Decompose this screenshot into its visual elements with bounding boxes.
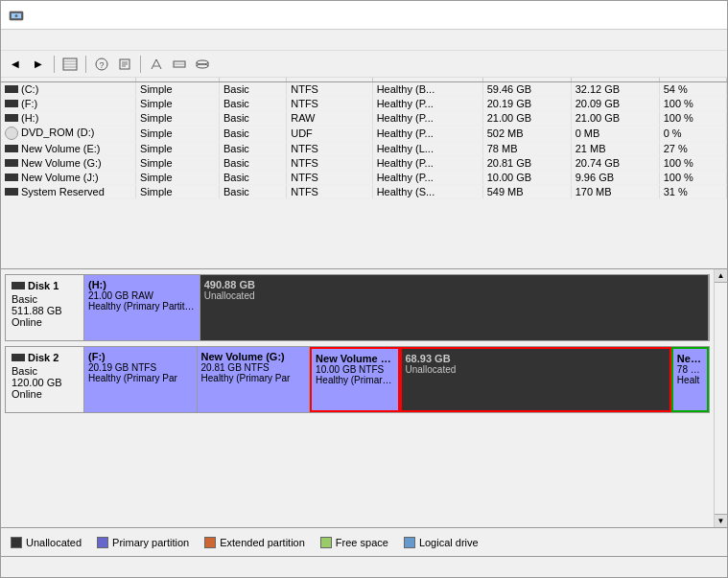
close-button[interactable] [675,1,719,30]
cell-free: 20.09 GB [571,97,659,111]
part-title: New Volume (G:) [201,351,306,362]
cell-free: 32.12 GB [571,82,659,97]
properties-button[interactable] [114,54,135,75]
table-row[interactable]: DVD_ROM (D:) Simple Basic UDF Healthy (P… [1,126,727,142]
partition-2-3[interactable]: New Volume (J:) 10.00 GB NTFS Healthy (P… [310,347,399,412]
title-bar [1,1,727,30]
menu-action[interactable] [20,38,35,42]
legend-item-2: Extended partition [204,537,305,548]
cell-free: 9.96 GB [571,171,659,185]
cell-free: 0 MB [571,126,659,142]
disk-partitions-1: (H:) 21.00 GB RAW Healthy (Primary Parti… [84,275,709,340]
col-header-cap[interactable] [482,78,571,82]
legend-box-0 [11,537,22,548]
disk-visual-area: Disk 1 Basic 511.88 GB Online (H:) 21.00… [1,269,727,527]
partition-2-2[interactable]: New Volume (G:) 20.81 GB NTFS Healthy (P… [198,347,311,412]
cell-status: Healthy (P... [372,171,482,185]
table-row[interactable]: New Volume (E:) Simple Basic NTFS Health… [1,142,727,156]
part-title: 490.88 GB [204,279,704,290]
disk-label-1: Disk 1 Basic 511.88 GB Online [6,275,84,340]
minimize-button[interactable] [587,1,631,30]
cell-free: 170 MB [571,185,659,199]
cell-type: Basic [219,142,286,156]
col-header-free[interactable] [571,78,659,82]
svg-point-19 [197,64,208,68]
part-detail2: Healthy (Primary Partition) [88,301,196,312]
cell-status: Healthy (P... [372,97,482,111]
cell-status: Healthy (P... [372,156,482,171]
table-row[interactable]: System Reserved Simple Basic NTFS Health… [1,185,727,199]
cell-capacity: 59.46 GB [482,82,571,97]
help-button[interactable]: ? [91,54,112,75]
part-title: New Volume (J:) [316,353,393,364]
disk-row-2: Disk 2 Basic 120.00 GB Online (F:) 20.19… [5,346,710,413]
cell-status: Healthy (B... [372,82,482,97]
table-row[interactable]: (C:) Simple Basic NTFS Healthy (B... 59.… [1,82,727,97]
refresh-button[interactable] [169,54,190,75]
col-header-status[interactable] [372,78,482,82]
cell-volume: (H:) [1,111,136,126]
cell-volume: New Volume (J:) [1,171,136,185]
legend-box-4 [404,537,415,548]
col-header-layout[interactable] [136,78,220,82]
part-detail1: 10.00 GB NTFS [316,364,393,375]
maximize-button[interactable] [631,1,675,30]
cell-type: Basic [219,126,286,142]
cell-free: 20.74 GB [571,156,659,171]
legend-label-2: Extended partition [220,537,305,548]
show-list-button[interactable] [59,54,81,75]
cell-capacity: 21.00 GB [482,111,571,126]
app-icon [9,8,24,23]
volume-table-wrapper[interactable]: (C:) Simple Basic NTFS Healthy (B... 59.… [1,78,727,269]
disk-status-2: Online [12,388,78,400]
cell-type: Basic [219,156,286,171]
disk-type-1: Basic [12,293,78,305]
cell-capacity: 78 MB [482,142,571,156]
cell-layout: Simple [136,142,220,156]
forward-button[interactable]: ▶ [28,54,49,75]
table-row[interactable]: (F:) Simple Basic NTFS Healthy (P... 20.… [1,97,727,111]
menu-bar [1,30,727,51]
partition-2-4[interactable]: 68.93 GB Unallocated [400,347,671,412]
volume-table: (C:) Simple Basic NTFS Healthy (B... 59.… [1,78,727,199]
back-button[interactable]: ◀ [5,54,26,75]
format-button[interactable] [146,54,167,75]
partition-1-2[interactable]: 490.88 GB Unallocated [200,275,709,340]
menu-help[interactable] [51,38,66,42]
menu-view[interactable] [35,38,51,42]
drive-icon [5,114,18,122]
table-row[interactable]: New Volume (G:) Simple Basic NTFS Health… [1,156,727,171]
col-header-type[interactable] [219,78,286,82]
cell-volume: New Volume (E:) [1,142,136,156]
disk-status-1: Online [12,316,78,328]
cell-capacity: 502 MB [482,126,571,142]
cell-pct: 100 % [659,111,726,126]
menu-file[interactable] [5,38,20,42]
partition-2-1[interactable]: (F:) 20.19 GB NTFS Healthy (Primary Par [84,347,198,412]
cell-type: Basic [219,185,286,199]
legend-item-1: Primary partition [97,537,189,548]
legend-item-0: Unallocated [11,537,82,548]
table-row[interactable]: New Volume (J:) Simple Basic NTFS Health… [1,171,727,185]
toolbar-separator-1 [54,56,55,73]
partition-1-1[interactable]: (H:) 21.00 GB RAW Healthy (Primary Parti… [84,275,200,340]
disk-button[interactable] [192,54,213,75]
col-header-pct[interactable] [659,78,726,82]
cell-fs: NTFS [287,82,372,97]
cell-fs: NTFS [287,156,372,171]
part-title: (H:) [88,279,196,290]
drive-icon [5,173,18,181]
col-header-volume[interactable] [1,78,136,82]
col-header-fs[interactable] [287,78,372,82]
legend-box-2 [204,537,216,548]
legend-label-4: Logical drive [419,537,479,548]
partition-2-5[interactable]: New V 78 MB Healt [671,347,709,412]
toolbar-separator-3 [140,56,141,73]
cell-fs: UDF [287,126,372,142]
cell-pct: 100 % [659,156,726,171]
window-controls [587,1,719,30]
part-detail1: 21.00 GB RAW [88,290,196,301]
table-row[interactable]: (H:) Simple Basic RAW Healthy (P... 21.0… [1,111,727,126]
disk-inner[interactable]: Disk 1 Basic 511.88 GB Online (H:) 21.00… [1,269,714,527]
legend-label-0: Unallocated [26,537,82,548]
